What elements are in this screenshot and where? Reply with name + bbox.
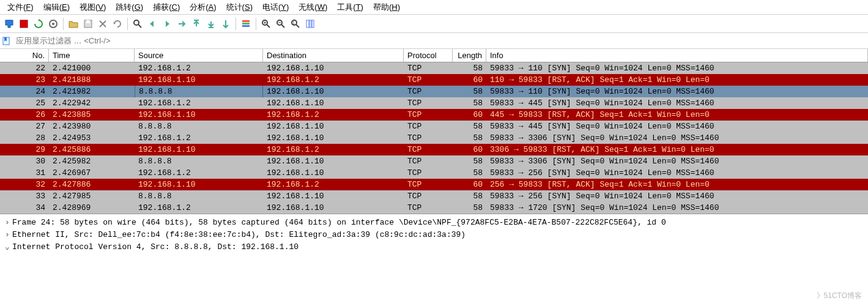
packet-details[interactable]: ›Frame 24: 58 bytes on wire (464 bits), …	[0, 214, 868, 256]
col-dest[interactable]: Destination	[263, 49, 404, 62]
menu-item[interactable]: 编辑(E)	[39, 1, 75, 14]
go-back-icon[interactable]	[146, 17, 159, 31]
col-length[interactable]: Length	[453, 49, 486, 62]
packet-list-header: No. Time Source Destination Protocol Len…	[0, 49, 868, 62]
col-source[interactable]: Source	[135, 49, 263, 62]
packet-row[interactable]: 282.424953192.168.1.2192.168.1.10TCP5859…	[0, 132, 868, 144]
svg-point-2	[52, 23, 54, 25]
svg-line-20	[296, 24, 299, 28]
svg-text:1: 1	[292, 21, 295, 25]
zoom-out-icon[interactable]	[274, 17, 287, 31]
packet-row[interactable]: 242.4219828.8.8.8192.168.1.10TCP5859833 …	[0, 86, 868, 97]
svg-rect-22	[306, 20, 309, 28]
jump-packet-icon[interactable]	[175, 17, 188, 31]
svg-line-13	[267, 24, 270, 28]
packet-row[interactable]: 332.4279858.8.8.8192.168.1.10TCP5859833 …	[0, 190, 868, 202]
col-no[interactable]: No.	[0, 49, 49, 62]
svg-rect-10	[242, 23, 250, 24]
menu-item[interactable]: 工具(T)	[332, 1, 368, 14]
close-file-icon[interactable]	[96, 17, 109, 31]
separator	[236, 18, 236, 30]
col-proto[interactable]: Protocol	[404, 49, 453, 62]
svg-line-6	[138, 24, 141, 28]
packet-list[interactable]: No. Time Source Destination Protocol Len…	[0, 49, 868, 214]
svg-rect-11	[242, 25, 250, 27]
col-info[interactable]: Info	[486, 49, 868, 62]
stop-capture-icon[interactable]	[17, 17, 31, 31]
menu-item[interactable]: 帮助(H)	[368, 1, 405, 14]
svg-rect-0	[20, 20, 28, 28]
zoom-in-icon[interactable]	[259, 17, 273, 31]
menu-item[interactable]: 跳转(G)	[111, 1, 148, 14]
packet-row[interactable]: 252.422942192.168.1.2192.168.1.10TCP5859…	[0, 97, 868, 109]
menu-item[interactable]: 捕获(C)	[148, 1, 185, 14]
separator	[127, 18, 128, 30]
capture-options-icon[interactable]	[46, 17, 60, 31]
go-last-icon[interactable]	[204, 17, 218, 31]
resize-columns-icon[interactable]	[303, 17, 317, 31]
menu-item[interactable]: 电话(Y)	[258, 1, 294, 14]
display-filter-input[interactable]	[12, 34, 868, 47]
svg-rect-4	[86, 20, 90, 23]
bookmark-icon[interactable]	[0, 37, 12, 45]
svg-rect-24	[312, 20, 314, 28]
svg-rect-23	[310, 20, 311, 28]
menu-item[interactable]: 视图(V)	[75, 1, 111, 14]
detail-frame[interactable]: ›Frame 24: 58 bytes on wire (464 bits), …	[5, 217, 863, 229]
svg-rect-9	[242, 20, 250, 22]
save-file-icon[interactable]	[81, 17, 95, 31]
go-first-icon[interactable]	[190, 17, 203, 31]
start-capture-icon[interactable]	[2, 17, 16, 31]
separator	[63, 18, 64, 30]
restart-capture-icon[interactable]	[32, 17, 45, 31]
menu-item[interactable]: 分析(A)	[185, 1, 221, 14]
svg-point-5	[134, 20, 139, 25]
packet-row[interactable]: 222.421000192.168.1.2192.168.1.10TCP5859…	[0, 62, 868, 74]
packet-row[interactable]: 262.423885192.168.1.10192.168.1.2TCP6044…	[0, 109, 868, 121]
packet-row[interactable]: 272.4239808.8.8.8192.168.1.10TCP5859833 …	[0, 121, 868, 132]
packet-row[interactable]: 322.427886192.168.1.10192.168.1.2TCP6025…	[0, 179, 868, 190]
packet-row[interactable]: 292.425886192.168.1.10192.168.1.2TCP6033…	[0, 144, 868, 155]
menu-item[interactable]: 文件(F)	[2, 1, 39, 14]
detail-ethernet[interactable]: ›Ethernet II, Src: Dell_ee:7c:b4 (f4:8e:…	[5, 229, 863, 241]
auto-scroll-icon[interactable]	[219, 17, 232, 31]
open-file-icon[interactable]	[67, 17, 80, 31]
packet-row[interactable]: 302.4259828.8.8.8192.168.1.10TCP5859833 …	[0, 155, 868, 167]
menubar: 文件(F)编辑(E)视图(V)跳转(G)捕获(C)分析(A)统计(S)电话(Y)…	[0, 0, 868, 15]
packet-row[interactable]: 232.421888192.168.1.10192.168.1.2TCP6011…	[0, 74, 868, 86]
svg-line-17	[281, 24, 284, 28]
filter-bar	[0, 33, 868, 49]
zoom-reset-icon[interactable]: 1	[289, 17, 302, 31]
col-time[interactable]: Time	[49, 49, 135, 62]
go-forward-icon[interactable]	[160, 17, 174, 31]
packet-row[interactable]: 342.428969192.168.1.2192.168.1.10TCP5859…	[0, 202, 868, 214]
menu-item[interactable]: 统计(S)	[221, 1, 258, 14]
packet-row[interactable]: 312.426967192.168.1.2192.168.1.10TCP5859…	[0, 167, 868, 179]
detail-ip[interactable]: ⌄Internet Protocol Version 4, Src: 8.8.8…	[5, 241, 863, 253]
toolbar: 1	[0, 15, 868, 33]
colorize-icon[interactable]	[239, 17, 253, 31]
menu-item[interactable]: 无线(W)	[294, 1, 332, 14]
reload-icon[interactable]	[111, 17, 124, 31]
find-packet-icon[interactable]	[131, 17, 144, 31]
separator	[256, 18, 256, 30]
